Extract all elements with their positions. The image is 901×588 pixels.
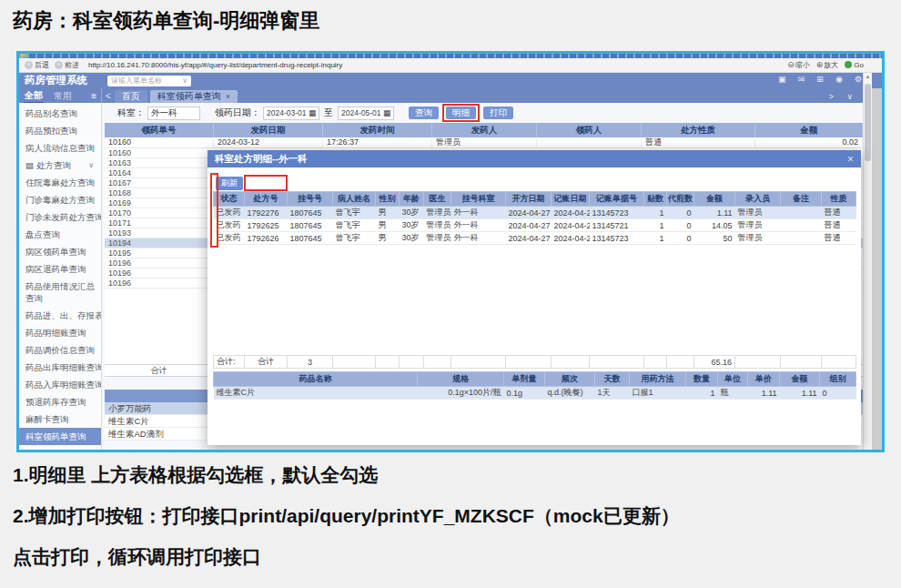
sidebar-item[interactable]: 药品出库明细账查询 (19, 359, 101, 376)
col-drug-name: 药品名称 (214, 372, 418, 387)
sidebar-item[interactable]: 药品明细账查询 (19, 324, 101, 341)
sidebar-item[interactable]: 药品调价信息查询 (19, 341, 101, 359)
sidebar-item[interactable]: 盘点查询 (19, 226, 101, 243)
modal-close-icon[interactable]: × (847, 153, 854, 166)
sidebar-item[interactable]: 门诊未发药处方查询 (19, 208, 101, 226)
scrollbar-thumb[interactable] (865, 84, 871, 161)
chevron-down-icon: ∨ (88, 159, 94, 171)
sidebar-item[interactable]: 门诊毒麻处方查询 (19, 191, 101, 208)
col-age: 年龄 (400, 192, 424, 207)
col-unit-dose: 单剂量 (504, 372, 545, 387)
col-price: 单价 (748, 372, 780, 387)
grid-icon[interactable]: ⊞ (816, 75, 824, 84)
tabs-overflow-icons[interactable]: > ∨ (829, 92, 858, 101)
sidebar-item-usage-summary[interactable]: 药品使用情况汇总查询 (19, 278, 101, 307)
sidebar-tab-common[interactable]: 常用 (53, 89, 73, 103)
date-to-input[interactable]: 2024-05-01 ▦ (338, 106, 394, 120)
date-range-label: 领药日期： (215, 106, 260, 119)
go-button[interactable]: Go (845, 61, 864, 69)
receipt-row[interactable]: 10160 2024-03-12 17:26:37 管理员 普通 0.02 (105, 137, 863, 148)
col-amount: 金额 (780, 372, 820, 387)
sidebar-item[interactable]: 麻醉卡查询 (19, 411, 101, 428)
menu-search-select[interactable]: 请输入菜单名称 ∨ (107, 76, 191, 86)
query-button[interactable]: 查询 (409, 106, 439, 119)
sidebar-item[interactable]: 住院毒麻处方查询 (19, 174, 101, 191)
tabs-scroll-left-icon[interactable]: < (106, 91, 111, 101)
modal-title: 科室处方明细--外一科 (215, 153, 308, 166)
rx-row[interactable]: 已发药1792626 1807645曾飞宇 男30岁 管理员外一科 2024-0… (214, 232, 856, 245)
rx-table: 状态 处方号 挂号号 病人姓名 性别 年龄 医生 挂号科室 开方日期 记账日期 … (213, 191, 856, 245)
rx-summary-row: 合计: 合计 3 65.16 (213, 355, 856, 369)
clock-icon[interactable]: ◉ (835, 75, 843, 84)
window-edge (872, 88, 882, 450)
detail-button[interactable]: 明细 (446, 106, 476, 119)
settings-icon[interactable]: ⚙ (855, 75, 862, 84)
sidebar-item[interactable]: 预退药库存查询 (19, 393, 101, 411)
tab-home[interactable]: 首页 (115, 90, 147, 103)
message-icon[interactable]: ✉ (798, 75, 805, 84)
col-usage: 用药方法 (630, 372, 686, 387)
annotation-notes: 1.明细里 上方表格根据勾选框，默认全勾选2.增加打印按钮：打印接口print/… (13, 462, 680, 585)
hamburger-icon[interactable]: ≡ (91, 91, 96, 101)
modal-header[interactable]: 科室处方明细--外一科 × (208, 150, 861, 167)
tab-close-icon[interactable]: × (226, 92, 230, 101)
page-title: 药房：科室领药单查询-明细弹窗里 (13, 7, 319, 35)
back-button[interactable]: ‹ 后退 (25, 60, 49, 70)
sidebar-item[interactable]: 药品别名查询 (19, 105, 101, 122)
print-button[interactable]: 打印 (483, 106, 513, 119)
annotation-note: 2.增加打印按钮：打印接口print/api/query/printYF_MZK… (13, 503, 680, 529)
app-screenshot: ‹ 后退 › 前进 http://10.16.241.70:8000/his-y… (19, 54, 882, 450)
sidebar-item[interactable]: 科室领药单查询 (19, 428, 101, 445)
dept-label: 科室： (117, 106, 145, 119)
drug-detail-table: 药品名称 规格 单剂量 频次 天数 用药方法 数量 单位 单价 金额 组别 (213, 371, 856, 400)
annotated-screenshot-page: 药房：科室领药单查询-明细弹窗里 ‹ 后退 › 前进 http://10.16.… (0, 0, 901, 588)
col-reg-dept: 挂号科室 (451, 192, 506, 207)
chevron-down-icon: ∨ (182, 76, 187, 85)
date-from-input[interactable]: 2024-03-01 ▦ (263, 106, 319, 120)
page-scrollbar[interactable]: ▲ (863, 73, 872, 450)
rx-table-header: 状态 处方号 挂号号 病人姓名 性别 年龄 医生 挂号科室 开方日期 记账日期 … (214, 192, 856, 207)
monitor-icon[interactable]: ▣ (778, 75, 786, 84)
sidebar-item[interactable]: 病区领药单查询 (19, 243, 101, 260)
drug-detail-row[interactable]: 维生素C片 0.1g×100片/瓶 0.1g q.d.(晚餐) 1天 口服1 1… (214, 387, 856, 400)
col-reg-no: 挂号号 (288, 192, 333, 207)
col-patient: 病人姓名 (333, 192, 376, 207)
col-days: 天数 (595, 372, 630, 387)
sidebar-item[interactable]: 药品入库明细账查询 (19, 376, 101, 393)
sidebar-item[interactable]: 病人流动信息查询 (19, 139, 101, 157)
sidebar-item[interactable]: 药品进、出、存报表 (19, 307, 101, 324)
summary-count: 3 (288, 356, 333, 369)
zoom-in-button[interactable]: ⊕放大 (816, 60, 839, 70)
sidebar-item[interactable]: 药品预扣查询 (19, 122, 101, 139)
rx-row[interactable]: 已发药1792625 1807645曾飞宇 男30岁 管理员外一科 2024-0… (214, 219, 856, 232)
rx-row[interactable]: 已发药1792276 1807645曾飞宇 男30岁 管理员外一科 2024-0… (214, 207, 856, 219)
zoom-out-button[interactable]: ⊖缩小 (787, 60, 810, 70)
dept-input[interactable] (147, 106, 200, 120)
tab-dept-drug-receipt[interactable]: 科室领药单查询 × (150, 90, 238, 103)
detail-button-annotation-box: 明细 (442, 104, 480, 122)
menu-search-placeholder: 请输入菜单名称 (111, 76, 162, 86)
drug-detail-header: 药品名称 规格 单剂量 频次 天数 用药方法 数量 单位 单价 金额 组别 (214, 372, 856, 387)
forward-button[interactable]: › 前进 (55, 60, 79, 70)
receipt-table-header: 领药单号 发药日期 发药时间 发药人 领药人 处方性质 金额 (105, 123, 863, 137)
calendar-icon: ▦ (383, 108, 390, 117)
sidebar-item[interactable]: 病区退药单查询 (19, 260, 101, 278)
modal-body: 刷新 状态 处方号 挂号号 病人姓名 性别 (208, 167, 861, 445)
col-entry-by: 录入员 (735, 192, 781, 207)
url-text[interactable]: http://10.16.241.70:8000/his-yf/app/#/qu… (88, 61, 787, 69)
scroll-up-icon[interactable]: ▲ (864, 74, 872, 79)
col-rx-type: 处方性质 (642, 123, 755, 137)
sidebar-item-rx-query[interactable]: ▤ 处方查询 ∨ (19, 157, 101, 174)
col-rx-no: 处方号 (245, 192, 288, 207)
col-dispense-date: 发药日期 (214, 123, 323, 137)
back-icon: ‹ (25, 61, 33, 69)
refresh-button[interactable]: 刷新 (216, 177, 243, 190)
summary-group: 合计 (245, 356, 288, 369)
col-receiver: 领药人 (537, 123, 642, 137)
col-unit: 单位 (718, 372, 748, 387)
sidebar-tab-all[interactable]: 全部 (24, 88, 44, 104)
sidebar-item[interactable]: 门诊日清单查询 (19, 445, 101, 450)
date-to-label: 至 (324, 106, 333, 119)
header-icon-bar: ▣ ✉ ⊞ ◉ ⚙ (778, 75, 862, 84)
forward-label: 前进 (65, 60, 79, 70)
